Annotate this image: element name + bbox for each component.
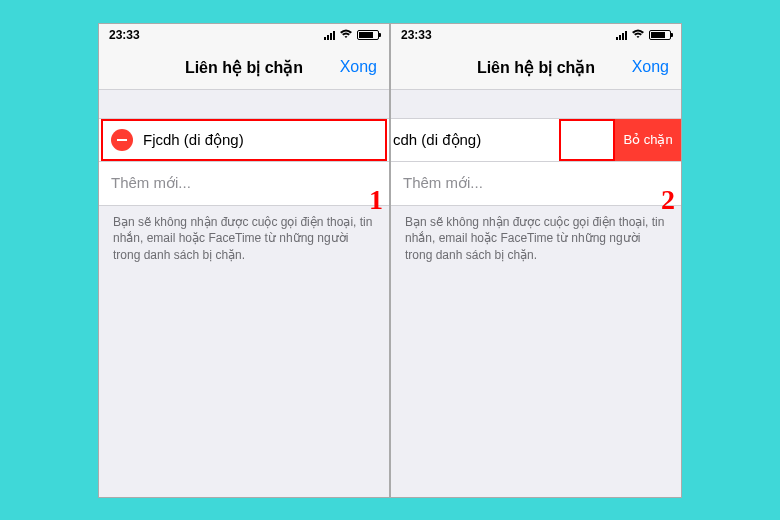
footer-description: Bạn sẽ không nhận được cuộc gọi điện tho…	[391, 206, 681, 272]
unblock-button[interactable]: Bỏ chặn	[615, 119, 681, 161]
contact-name: Fjcdh (di động)	[143, 131, 244, 149]
nav-title: Liên hệ bị chặn	[185, 58, 303, 77]
phone-screen-2: 23:33 Liên hệ bị chặn Xong cdh (di động)…	[390, 23, 682, 498]
add-new-row[interactable]: Thêm mới...	[99, 162, 389, 206]
battery-icon	[649, 30, 671, 40]
highlight-box	[559, 119, 615, 161]
nav-bar: Liên hệ bị chặn Xong	[391, 46, 681, 90]
step-label-1: 1	[369, 184, 383, 216]
add-new-label: Thêm mới...	[403, 174, 483, 192]
blocked-list: cdh (di động) Bỏ chặn Thêm mới...	[391, 118, 681, 206]
delete-icon[interactable]	[111, 129, 133, 151]
wifi-icon	[339, 29, 353, 41]
status-indicators	[324, 29, 379, 41]
status-bar: 23:33	[391, 24, 681, 46]
done-button[interactable]: Xong	[632, 58, 669, 76]
step-label-2: 2	[661, 184, 675, 216]
phone-screen-1: 23:33 Liên hệ bị chặn Xong Fjcdh (di độn…	[98, 23, 390, 498]
nav-bar: Liên hệ bị chặn Xong	[99, 46, 389, 90]
unblock-label: Bỏ chặn	[623, 132, 672, 147]
signal-icon	[616, 30, 627, 40]
nav-title: Liên hệ bị chặn	[477, 58, 595, 77]
signal-icon	[324, 30, 335, 40]
contact-row[interactable]: Fjcdh (di động)	[99, 118, 389, 162]
battery-icon	[357, 30, 379, 40]
footer-description: Bạn sẽ không nhận được cuộc gọi điện tho…	[99, 206, 389, 272]
contact-name: cdh (di động)	[391, 131, 481, 149]
swipe-gap	[559, 119, 615, 161]
add-new-row[interactable]: Thêm mới...	[391, 162, 681, 206]
status-indicators	[616, 29, 671, 41]
status-time: 23:33	[401, 28, 432, 42]
blocked-list: Fjcdh (di động) Thêm mới...	[99, 118, 389, 206]
contact-row-swiped[interactable]: cdh (di động) Bỏ chặn	[391, 118, 681, 162]
done-button[interactable]: Xong	[340, 58, 377, 76]
add-new-label: Thêm mới...	[111, 174, 191, 192]
status-time: 23:33	[109, 28, 140, 42]
wifi-icon	[631, 29, 645, 41]
status-bar: 23:33	[99, 24, 389, 46]
